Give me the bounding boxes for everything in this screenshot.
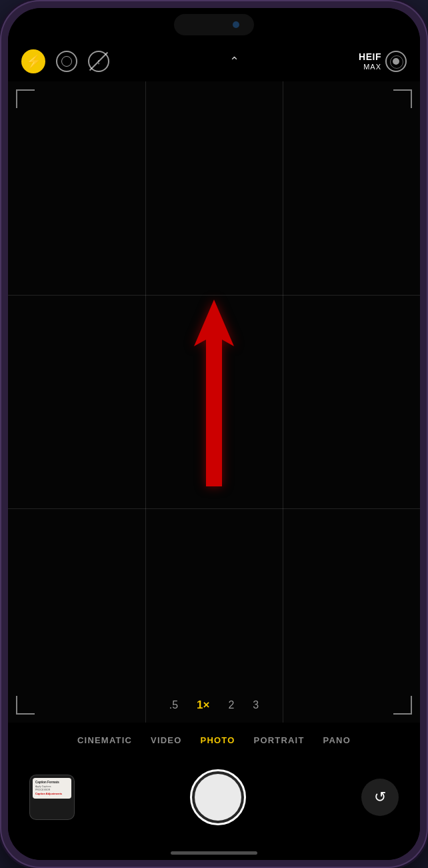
toolbar-left: ⚡ ↕ [21,49,109,73]
shutter-inner [195,774,241,821]
grid-line-h1 [8,295,420,296]
thumb-title: Caption Formats [35,781,69,785]
top-toolbar: ⚡ ↕ ⌃ HEIF MAX [8,41,420,81]
mode-cinematic[interactable]: CINEMATIC [77,735,132,745]
grid-line-v2 [283,81,283,723]
home-bar [8,837,420,860]
live-photo-button[interactable] [56,51,77,72]
zoom-05[interactable]: .5 [169,699,178,711]
flip-camera-button[interactable]: ↺ [361,779,399,816]
notch-bar [8,8,420,41]
svg-marker-0 [194,300,234,486]
no-sign-icon: ↕ [97,57,101,65]
swipe-arrow [194,300,234,486]
flip-camera-icon: ↺ [374,789,386,806]
corner-tl [16,89,35,108]
arrow-svg [194,300,234,486]
last-photo-thumbnail[interactable]: Caption Formats Apply Captions PROCESSOR… [29,775,75,820]
shutter-button[interactable] [190,769,246,825]
flash-button[interactable]: ⚡ [21,49,45,73]
grid-line-v1 [145,81,146,723]
live-dot-icon [393,58,399,65]
live-photo-icon [61,56,72,67]
zoom-3x[interactable]: 3 [253,699,259,711]
toolbar-center: ⌃ [229,54,239,69]
toolbar-right: HEIF MAX [359,51,407,72]
thumb-line3: Caption Adjustments [35,792,69,796]
mode-video[interactable]: VIDEO [151,735,181,745]
screen: ⚡ ↕ ⌃ HEIF MAX [8,8,420,860]
mode-photo[interactable]: PHOTO [201,735,235,745]
zoom-bar: .5 1× 2 3 [8,699,420,712]
max-text: MAX [363,63,381,71]
shutter-row: Caption Formats Apply Captions PROCESSOR… [8,757,420,837]
viewfinder[interactable]: .5 1× 2 3 [8,81,420,723]
grid-line-h2 [8,508,420,509]
mode-selector: CINEMATIC VIDEO PHOTO PORTRAIT PANO [8,723,420,757]
heif-label[interactable]: HEIF MAX [359,52,381,70]
corner-tr [393,89,412,108]
zoom-1x[interactable]: 1× [197,699,209,712]
mode-pano[interactable]: PANO [323,735,351,745]
flash-icon: ⚡ [25,55,42,68]
chevron-up-icon[interactable]: ⌃ [229,54,239,69]
zoom-2x[interactable]: 2 [228,699,234,711]
phone-frame: ⚡ ↕ ⌃ HEIF MAX [0,0,428,868]
dynamic-island [174,14,254,35]
mode-portrait[interactable]: PORTRAIT [254,735,305,745]
live-circle-icon[interactable] [385,51,407,72]
thumbnail-content: Caption Formats Apply Captions PROCESSOR… [33,778,71,799]
home-indicator [171,851,257,855]
bottom-panel: CINEMATIC VIDEO PHOTO PORTRAIT PANO Capt… [8,723,420,860]
camera-options-button[interactable]: ↕ [88,51,109,72]
heif-text: HEIF [359,52,381,62]
front-camera [233,21,239,28]
